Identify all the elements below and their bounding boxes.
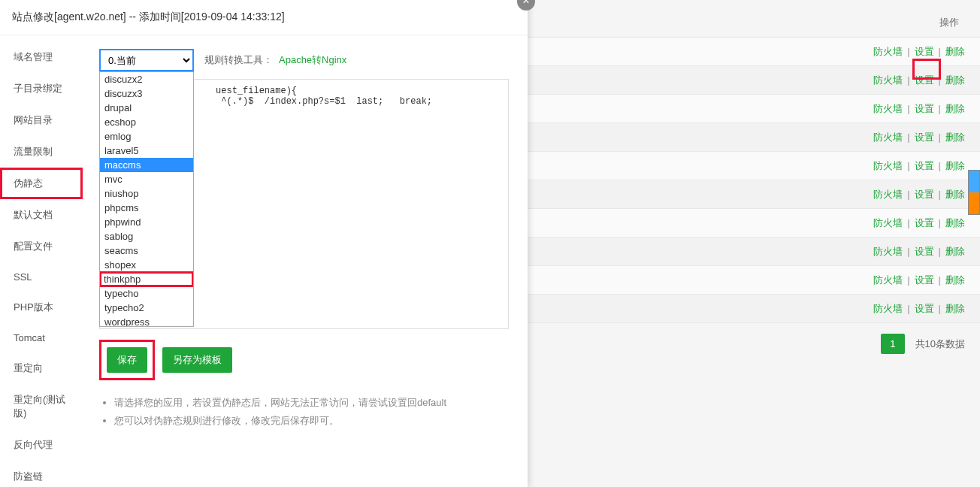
sidebar-item-3[interactable]: 流量限制 [0,136,83,168]
highlight-settings-annotation [912,59,941,80]
row-action-防火墙[interactable]: 防火墙 [873,274,903,287]
sidebar-item-6[interactable]: 配置文件 [0,231,83,262]
row-action-删除[interactable]: 删除 [945,216,965,230]
row-action-设置[interactable]: 设置 [915,102,934,116]
tip-item: 请选择您的应用，若设置伪静态后，网站无法正常访问，请尝试设置回default [114,394,511,412]
row-action-防火墙[interactable]: 防火墙 [873,188,903,201]
row-action-设置[interactable]: 设置 [915,188,934,201]
scrollbar-indicator[interactable] [968,170,980,215]
row-action-删除[interactable]: 删除 [945,245,965,259]
row-action-防火墙[interactable]: 防火墙 [873,45,903,59]
row-action-删除[interactable]: 删除 [945,274,965,287]
dropdown-item-typecho2[interactable]: typecho2 [100,301,193,315]
table-header: 操作 [528,0,980,38]
row-action-设置[interactable]: 设置 [915,159,934,173]
sidebar-item-8[interactable]: PHP版本 [0,292,83,323]
dropdown-item-emlog[interactable]: emlog [100,129,193,144]
sidebar-item-10[interactable]: 重定向 [0,352,83,384]
template-select[interactable]: 0.当前 [99,49,194,71]
convert-label: 规则转换工具： [204,53,273,67]
dropdown-item-wordpress[interactable]: wordpress [100,315,193,327]
row-action-设置[interactable]: 设置 [915,274,934,287]
dropdown-item-seacms[interactable]: seacms [100,244,193,258]
dropdown-item-mvc[interactable]: mvc [100,172,193,186]
table-row: 防火墙 | 设置 | 删除 [528,95,980,123]
row-action-防火墙[interactable]: 防火墙 [873,159,903,173]
dropdown-item-sablog[interactable]: sablog [100,229,193,244]
content-area: 0.当前 规则转换工具： Apache转Nginx discuzx2discuz… [83,35,528,486]
sidebar-item-4[interactable]: 伪静态 [0,168,83,199]
sidebar-item-7[interactable]: SSL [0,262,83,292]
dropdown-item-drupal[interactable]: drupal [100,101,193,115]
row-action-删除[interactable]: 删除 [945,131,965,144]
table-row: 防火墙 | 设置 | 删除 [528,209,980,237]
row-action-删除[interactable]: 删除 [945,302,965,316]
background-panel: 操作 防火墙 | 设置 | 删除防火墙 | 设置 | 删除防火墙 | 设置 | … [528,0,980,487]
dropdown-item-phpwind[interactable]: phpwind [100,215,193,229]
dropdown-item-discuzx2[interactable]: discuzx2 [100,72,193,86]
row-action-设置[interactable]: 设置 [915,302,934,316]
row-action-防火墙[interactable]: 防火墙 [873,245,903,259]
col-operations: 操作 [939,16,959,29]
page-1-button[interactable]: 1 [881,334,904,354]
tips-list: 请选择您的应用，若设置伪静态后，网站无法正常访问，请尝试设置回default 您… [99,394,511,430]
sidebar-item-2[interactable]: 网站目录 [0,104,83,136]
row-action-删除[interactable]: 删除 [945,102,965,116]
save-button[interactable]: 保存 [107,347,147,373]
dropdown-item-phpcms[interactable]: phpcms [100,201,193,215]
table-row: 防火墙 | 设置 | 删除 [528,295,980,323]
table-row: 防火墙 | 设置 | 删除 [528,266,980,295]
row-action-防火墙[interactable]: 防火墙 [873,216,903,230]
pager-total: 共10条数据 [915,337,965,351]
row-action-设置[interactable]: 设置 [915,45,934,59]
sidebar: 域名管理子目录绑定网站目录流量限制伪静态默认文档配置文件SSLPHP版本Tomc… [0,35,83,486]
dropdown-item-typecho[interactable]: typecho [100,286,193,301]
sidebar-item-5[interactable]: 默认文档 [0,199,83,231]
sidebar-item-1[interactable]: 子目录绑定 [0,73,83,104]
table-row: 防火墙 | 设置 | 删除 [528,180,980,209]
save-as-template-button[interactable]: 另存为模板 [162,347,232,373]
row-action-删除[interactable]: 删除 [945,45,965,59]
sidebar-item-12[interactable]: 反向代理 [0,429,83,461]
row-action-防火墙[interactable]: 防火墙 [873,131,903,144]
row-action-设置[interactable]: 设置 [915,216,934,230]
row-action-设置[interactable]: 设置 [915,245,934,259]
dropdown-item-discuzx3[interactable]: discuzx3 [100,86,193,101]
dropdown-item-niushop[interactable]: niushop [100,186,193,201]
row-action-防火墙[interactable]: 防火墙 [873,302,903,316]
dropdown-item-thinkphp[interactable]: thinkphp [99,271,194,287]
dropdown-item-laravel5[interactable]: laravel5 [100,144,193,158]
site-edit-modal: 站点修改[agent.w2o.net] -- 添加时间[2019-09-04 1… [0,0,528,487]
dropdown-item-maccms[interactable]: maccms [100,158,193,172]
row-action-设置[interactable]: 设置 [915,131,934,144]
tip-item: 您可以对伪静态规则进行修改，修改完后保存即可。 [114,412,511,430]
sidebar-item-0[interactable]: 域名管理 [0,41,83,73]
table-row: 防火墙 | 设置 | 删除 [528,152,980,180]
row-action-删除[interactable]: 删除 [945,188,965,201]
sidebar-item-13[interactable]: 防盗链 [0,461,83,487]
table-row: 防火墙 | 设置 | 删除 [528,123,980,152]
dropdown-item-shopex[interactable]: shopex [100,258,193,272]
table-row: 防火墙 | 设置 | 删除 [528,237,980,266]
template-dropdown[interactable]: discuzx2discuzx3drupalecshopemloglaravel… [99,71,194,327]
modal-title: 站点修改[agent.w2o.net] -- 添加时间[2019-09-04 1… [0,0,528,35]
row-action-删除[interactable]: 删除 [945,159,965,173]
save-highlight-annotation: 保存 [99,340,155,380]
sidebar-item-9[interactable]: Tomcat [0,323,83,352]
row-action-删除[interactable]: 删除 [945,74,965,87]
row-action-防火墙[interactable]: 防火墙 [873,102,903,116]
row-action-防火墙[interactable]: 防火墙 [873,74,903,87]
dropdown-item-ecshop[interactable]: ecshop [100,115,193,129]
apache-to-nginx-link[interactable]: Apache转Nginx [279,53,346,67]
pagination: 1 共10条数据 [528,323,980,364]
sidebar-item-11[interactable]: 重定向(测试版) [0,384,83,429]
